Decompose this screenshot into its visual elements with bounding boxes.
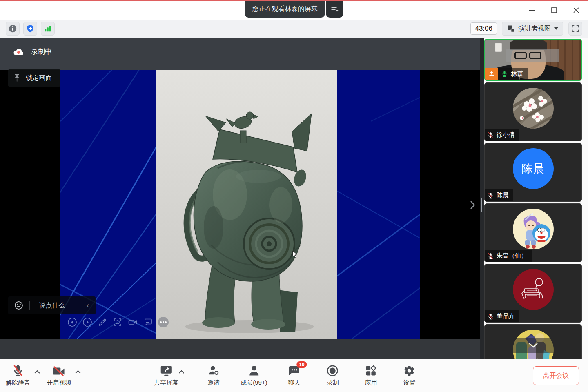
participant-tile-partial[interactable] [484, 324, 582, 359]
members-button[interactable]: 成员(99+) [241, 365, 267, 387]
avatar [513, 88, 554, 129]
maximize-button[interactable] [548, 5, 560, 16]
recording-label: 录制中 [31, 47, 52, 56]
apps-button[interactable]: 应用 [360, 365, 383, 387]
quick-chat-bar: 说点什么... ‹ [8, 296, 96, 314]
panel-resize-handle[interactable] [480, 38, 484, 359]
comment-icon[interactable] [143, 317, 153, 327]
caret-down-icon [554, 27, 558, 30]
minimize-button[interactable] [526, 5, 538, 16]
settings-gear-icon [403, 365, 416, 377]
shared-slide [60, 70, 420, 339]
mic-muted-icon [488, 131, 494, 139]
participant-name: 徐小倩 [497, 131, 515, 139]
participant-name-tag: 董晶卉 [485, 310, 519, 322]
recording-indicator: 录制中 [13, 47, 52, 56]
participants-rail: 林森 [484, 38, 588, 359]
network-status-button[interactable] [41, 22, 55, 36]
share-banner-text: 您正在观看林森的屏幕 [245, 1, 325, 18]
avatar [513, 209, 554, 249]
record-icon [327, 365, 339, 377]
invite-icon [207, 365, 220, 377]
mic-on-icon [501, 70, 508, 78]
info-icon [8, 24, 17, 33]
participant-name-tag: 陈晨 [485, 189, 513, 201]
members-icon [248, 365, 260, 377]
mic-muted-icon [12, 365, 24, 377]
share-options-chevron[interactable] [178, 369, 185, 375]
participant-name: 朱胄（伷） [497, 252, 527, 260]
camera-icon[interactable] [128, 317, 138, 327]
leave-meeting-button[interactable]: 离开会议 [533, 366, 579, 385]
scroll-participants-button[interactable] [497, 338, 570, 353]
chat-unread-badge: 10 [296, 361, 307, 368]
share-screen-icon [160, 365, 173, 377]
share-screen-button[interactable]: 共享屏幕 [154, 365, 178, 387]
unmute-button[interactable]: 解除静音 [6, 365, 30, 387]
avatar [513, 269, 554, 310]
presenter-badge-icon [485, 68, 498, 80]
members-label: 成员(99+) [241, 379, 267, 387]
emoji-button[interactable] [8, 301, 29, 310]
view-mode-label: 演讲者视图 [518, 24, 551, 33]
view-mode-selector[interactable]: 演讲者视图 [502, 22, 564, 36]
laser-pointer-icon[interactable] [113, 317, 122, 327]
chevron-right-icon [468, 200, 477, 210]
expand-stage-button[interactable] [468, 200, 477, 212]
control-bar: 解除静音 开启视频 [0, 359, 588, 392]
apps-icon [365, 365, 377, 377]
settings-button[interactable]: 设置 [398, 365, 421, 387]
close-button[interactable] [570, 5, 582, 16]
invite-label: 邀请 [207, 379, 220, 387]
participant-name-tag: 徐小倩 [485, 129, 519, 141]
invite-button[interactable]: 邀请 [202, 365, 225, 387]
chat-input[interactable]: 说点什么... [30, 301, 80, 310]
shield-plus-icon [26, 24, 35, 33]
participant-name-tag: 林森 [485, 68, 528, 80]
security-button[interactable] [23, 22, 37, 36]
record-button[interactable]: 录制 [321, 365, 344, 387]
mic-muted-icon [488, 313, 494, 320]
video-options-chevron[interactable] [74, 369, 82, 375]
chevron-down-icon [528, 342, 539, 349]
participant-tile[interactable]: 徐小倩 [484, 82, 582, 141]
stage-top-strip [0, 38, 480, 70]
start-video-button[interactable]: 开启视频 [47, 365, 71, 387]
camera-off-icon [52, 365, 65, 377]
participant-tile[interactable]: 董晶卉 [484, 264, 582, 323]
next-slide-icon[interactable] [82, 317, 92, 327]
mic-muted-icon [488, 192, 494, 199]
mic-options-chevron[interactable] [33, 369, 41, 375]
chat-button[interactable]: 10 聊天 [283, 365, 306, 387]
collapse-chat-button[interactable]: ‹ [80, 302, 96, 309]
chat-label: 聊天 [288, 379, 301, 387]
main-area: 录制中 锁定画面 [0, 38, 588, 359]
shared-screen-stage: 录制中 锁定画面 [0, 38, 480, 359]
participant-name: 林森 [511, 70, 523, 78]
meeting-info-button[interactable] [6, 22, 20, 36]
stage-bottom-strip [0, 339, 480, 359]
start-video-label: 开启视频 [47, 379, 71, 387]
share-banner-menu-button[interactable] [326, 1, 343, 18]
cloud-recording-icon [13, 48, 24, 56]
pencil-icon[interactable] [98, 317, 107, 327]
annotation-toolbar [67, 317, 169, 327]
fullscreen-button[interactable] [568, 22, 582, 36]
settings-label: 设置 [403, 379, 416, 387]
meeting-timer: 43:06 [470, 22, 497, 35]
unmute-label: 解除静音 [6, 379, 30, 387]
participant-tile-active-speaker[interactable]: 林森 [484, 39, 582, 81]
lock-screen-button[interactable]: 锁定画面 [8, 69, 60, 87]
more-tools-button[interactable] [158, 317, 169, 327]
minimize-icon [529, 7, 535, 13]
participant-tile[interactable]: 陈晨 陈晨 [484, 143, 582, 202]
banner-menu-icon [331, 5, 339, 13]
emoji-icon [14, 301, 24, 310]
close-icon [573, 7, 579, 13]
lock-screen-label: 锁定画面 [26, 74, 52, 82]
participant-tile[interactable]: 朱胄（伷） [484, 203, 582, 262]
prev-slide-icon[interactable] [67, 317, 77, 327]
record-label: 录制 [327, 379, 339, 387]
meeting-window: 您正在观看林森的屏幕 [0, 0, 588, 392]
share-banner: 您正在观看林森的屏幕 [245, 1, 343, 18]
